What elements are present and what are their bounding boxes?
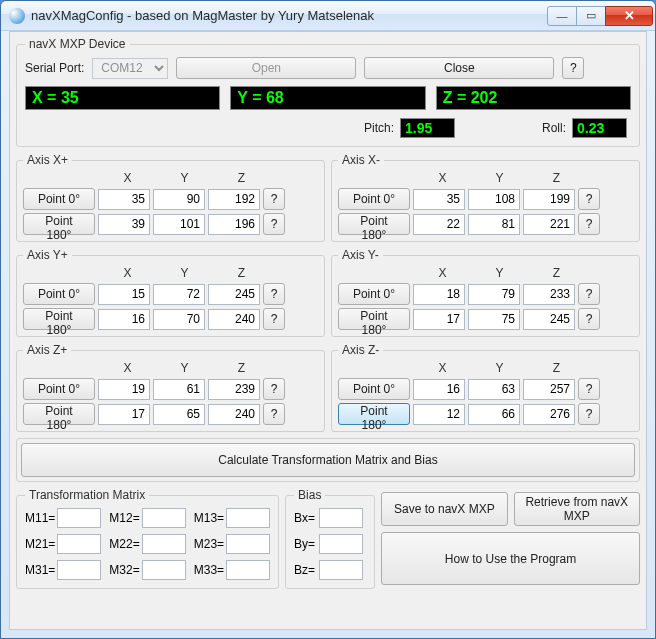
p0-z-input[interactable] (208, 284, 260, 305)
p0-help-button[interactable]: ? (578, 283, 600, 305)
open-button[interactable]: Open (176, 57, 356, 79)
p180-help-button[interactable]: ? (263, 213, 285, 235)
p0-x-input[interactable] (98, 379, 150, 400)
m21-input[interactable] (57, 534, 101, 554)
p180-y-input[interactable] (468, 214, 520, 235)
p180-y-input[interactable] (153, 404, 205, 425)
p0-y-input[interactable] (468, 189, 520, 210)
p180-x-input[interactable] (98, 214, 150, 235)
point0-button[interactable]: Point 0° (23, 378, 95, 400)
point0-button[interactable]: Point 0° (338, 188, 410, 210)
point180-button[interactable]: Point 180° (338, 308, 410, 330)
minimize-button[interactable]: — (547, 6, 577, 26)
p0-x-input[interactable] (98, 189, 150, 210)
m33-input[interactable] (226, 560, 270, 580)
retrieve-button[interactable]: Retrieve from navX MXP (514, 492, 640, 526)
col-z-label: Z (528, 171, 585, 185)
p180-z-input[interactable] (208, 404, 260, 425)
p180-z-input[interactable] (523, 214, 575, 235)
axis-legend: Axis Z+ (23, 343, 71, 357)
p180-z-input[interactable] (208, 309, 260, 330)
point0-button[interactable]: Point 0° (338, 378, 410, 400)
axis-fieldset: Axis Z-XYZPoint 0°?Point 180°? (331, 343, 640, 432)
m23-input[interactable] (226, 534, 270, 554)
p0-y-input[interactable] (153, 379, 205, 400)
p180-y-input[interactable] (153, 309, 205, 330)
point180-button[interactable]: Point 180° (338, 213, 410, 235)
p0-help-button[interactable]: ? (263, 378, 285, 400)
p0-x-input[interactable] (413, 189, 465, 210)
m31-input[interactable] (57, 560, 101, 580)
device-help-button[interactable]: ? (562, 57, 584, 79)
point180-button[interactable]: Point 180° (23, 308, 95, 330)
window-close-button[interactable]: ✕ (605, 6, 653, 26)
p180-help-button[interactable]: ? (578, 403, 600, 425)
p180-z-input[interactable] (208, 214, 260, 235)
pitch-readout: 1.95 (400, 118, 455, 138)
p180-x-input[interactable] (98, 404, 150, 425)
p0-z-input[interactable] (523, 284, 575, 305)
p180-z-input[interactable] (523, 309, 575, 330)
p0-help-button[interactable]: ? (578, 378, 600, 400)
p180-help-button[interactable]: ? (263, 403, 285, 425)
p180-help-button[interactable]: ? (263, 308, 285, 330)
point180-button[interactable]: Point 180° (338, 403, 410, 425)
col-z-label: Z (213, 361, 270, 375)
p0-y-input[interactable] (153, 284, 205, 305)
axis-legend: Axis X+ (23, 153, 72, 167)
m13-input[interactable] (226, 508, 270, 528)
p0-y-input[interactable] (468, 284, 520, 305)
p0-y-input[interactable] (468, 379, 520, 400)
p180-x-input[interactable] (413, 214, 465, 235)
m22-input[interactable] (142, 534, 186, 554)
p0-help-button[interactable]: ? (263, 188, 285, 210)
p0-x-input[interactable] (98, 284, 150, 305)
p0-x-input[interactable] (413, 284, 465, 305)
calculate-button[interactable]: Calculate Transformation Matrix and Bias (21, 443, 635, 477)
p0-z-input[interactable] (208, 189, 260, 210)
axis-box: Axis Y+XYZPoint 0°?Point 180°? (16, 248, 325, 337)
p180-y-input[interactable] (468, 309, 520, 330)
p180-y-input[interactable] (468, 404, 520, 425)
point0-button[interactable]: Point 0° (23, 188, 95, 210)
by-input[interactable] (319, 534, 363, 554)
close-button[interactable]: Close (364, 57, 554, 79)
p180-y-input[interactable] (153, 214, 205, 235)
p0-z-input[interactable] (208, 379, 260, 400)
p0-help-button[interactable]: ? (578, 188, 600, 210)
bz-input[interactable] (319, 560, 363, 580)
p180-x-input[interactable] (413, 309, 465, 330)
p180-help-button[interactable]: ? (578, 213, 600, 235)
maximize-button[interactable]: ▭ (576, 6, 606, 26)
p0-help-button[interactable]: ? (263, 283, 285, 305)
matrix-group: Transformation Matrix M11= M12= M13= M21… (16, 488, 279, 589)
axis-box: Axis Z+XYZPoint 0°?Point 180°? (16, 343, 325, 432)
point0-button[interactable]: Point 0° (338, 283, 410, 305)
roll-label: Roll: (542, 121, 566, 135)
col-y-label: Y (471, 266, 528, 280)
p180-z-input[interactable] (523, 404, 575, 425)
p0-x-input[interactable] (413, 379, 465, 400)
p0-z-input[interactable] (523, 189, 575, 210)
point180-button[interactable]: Point 180° (23, 213, 95, 235)
p0-z-input[interactable] (523, 379, 575, 400)
m11-input[interactable] (57, 508, 101, 528)
p180-x-input[interactable] (413, 404, 465, 425)
p0-y-input[interactable] (153, 189, 205, 210)
m12-input[interactable] (142, 508, 186, 528)
app-icon (9, 8, 25, 24)
y-readout: Y = 68 (230, 86, 425, 110)
howto-button[interactable]: How to Use the Program (381, 532, 640, 585)
point0-button[interactable]: Point 0° (23, 283, 95, 305)
col-x-label: X (414, 266, 471, 280)
app-window: navXMagConfig - based on MagMaster by Yu… (0, 0, 656, 639)
serial-port-select[interactable]: COM12 (92, 58, 168, 79)
axis-box: Axis X-XYZPoint 0°?Point 180°? (331, 153, 640, 242)
save-button[interactable]: Save to navX MXP (381, 492, 507, 526)
p180-x-input[interactable] (98, 309, 150, 330)
bx-input[interactable] (319, 508, 363, 528)
point180-button[interactable]: Point 180° (23, 403, 95, 425)
axes-grid: Axis X+XYZPoint 0°?Point 180°?Axis X-XYZ… (16, 153, 640, 432)
m32-input[interactable] (142, 560, 186, 580)
p180-help-button[interactable]: ? (578, 308, 600, 330)
